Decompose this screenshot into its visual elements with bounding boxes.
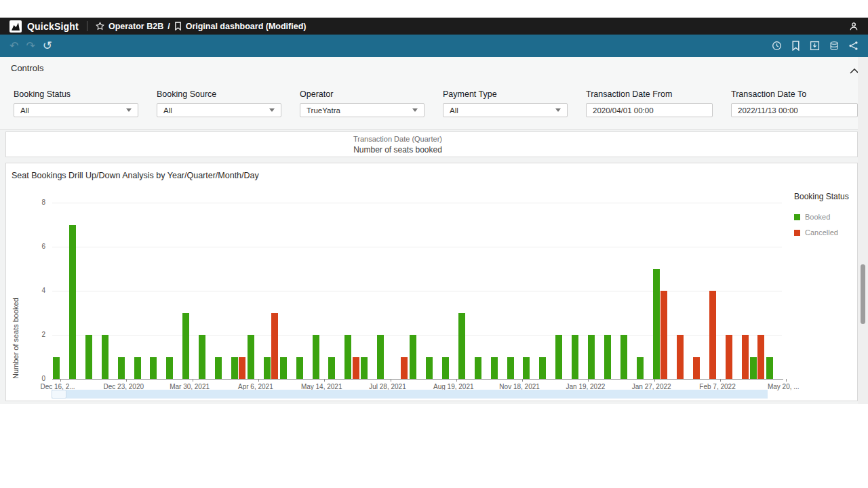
bar-booked[interactable] (102, 335, 108, 379)
control-payment-type-dropdown[interactable]: All (443, 103, 568, 117)
below-viewport-area (0, 404, 868, 488)
bar-booked[interactable] (296, 357, 303, 380)
bar-booked[interactable] (280, 357, 287, 380)
bar-booked[interactable] (620, 335, 627, 379)
bar-cancelled[interactable] (709, 291, 716, 379)
chevron-down-icon (126, 108, 132, 112)
bar-chart-panel: Seat Bookings Drill Up/Down Analysis by … (5, 163, 858, 401)
bar-booked[interactable] (85, 335, 92, 379)
undo-icon[interactable]: ↶ (9, 41, 18, 52)
bar-booked[interactable] (328, 357, 335, 380)
bar-cancelled[interactable] (693, 357, 700, 380)
bar-cancelled[interactable] (660, 291, 667, 379)
bar-cancelled[interactable] (726, 335, 732, 379)
quicksight-logo-icon[interactable] (9, 20, 22, 33)
bar-booked[interactable] (637, 357, 644, 380)
bar-cancelled[interactable] (353, 357, 359, 380)
y-axis-tick-label: 6 (24, 243, 45, 250)
bar-booked[interactable] (410, 335, 416, 379)
controls-row: Booking StatusAllBooking SourceAllOperat… (14, 89, 858, 117)
chevron-down-icon (555, 108, 561, 112)
bar-cancelled[interactable] (271, 313, 278, 380)
brand-name: QuickSight (27, 21, 79, 32)
user-account-icon[interactable] (849, 22, 859, 31)
bar-booked[interactable] (313, 335, 319, 379)
bar-booked[interactable] (750, 357, 757, 380)
x-axis-tick (126, 379, 127, 382)
bar-booked[interactable] (766, 357, 773, 380)
bar-booked[interactable] (572, 335, 578, 379)
control-operator-dropdown[interactable]: TrueYatra (300, 103, 425, 117)
bar-booked[interactable] (215, 357, 222, 380)
controls-section-title: Controls (11, 63, 43, 73)
bar-booked[interactable] (182, 313, 189, 380)
control-transaction-date-to-input[interactable]: 2022/11/13 00:00 (731, 103, 858, 117)
bar-booked[interactable] (442, 357, 449, 380)
share-icon[interactable] (848, 41, 859, 51)
bar-booked[interactable] (199, 335, 205, 379)
date-range-scrollbar[interactable] (52, 390, 768, 399)
bar-booked[interactable] (588, 335, 595, 379)
gridline (52, 335, 782, 336)
bar-booked[interactable] (539, 357, 546, 380)
header-divider (87, 21, 87, 31)
bookmark-icon[interactable] (791, 41, 800, 51)
control-label-booking-source: Booking Source (157, 89, 281, 99)
control-payment-type: Payment TypeAll (443, 89, 568, 117)
bar-cancelled[interactable] (677, 335, 684, 379)
bar-booked[interactable] (69, 225, 76, 380)
dataset-icon[interactable] (829, 41, 839, 51)
control-value-booking-source: All (163, 106, 172, 115)
bar-booked[interactable] (134, 357, 141, 380)
bar-booked[interactable] (426, 357, 433, 380)
bar-cancelled[interactable] (239, 357, 245, 380)
x-axis-tick (391, 379, 391, 382)
breadcrumb-workspace[interactable]: Operator B2B (108, 22, 163, 31)
bar-booked[interactable] (507, 357, 514, 380)
bar-booked[interactable] (166, 357, 173, 380)
page-scrollbar-thumb[interactable] (861, 264, 865, 324)
bar-cancelled[interactable] (401, 357, 408, 380)
bar-booked[interactable] (377, 335, 384, 379)
x-axis-tick (588, 379, 589, 382)
gridline (52, 247, 782, 247)
control-label-transaction-date-from: Transaction Date From (586, 89, 713, 99)
bar-booked[interactable] (491, 357, 498, 380)
export-download-icon[interactable] (810, 41, 820, 51)
control-booking-status: Booking StatusAll (14, 89, 138, 117)
control-transaction-date-from-input[interactable]: 2020/04/01 00:00 (586, 103, 713, 117)
bar-booked[interactable] (653, 269, 660, 380)
y-axis-tick-label: 8 (24, 199, 45, 206)
bar-cancelled[interactable] (742, 335, 749, 379)
bar-booked[interactable] (361, 357, 368, 380)
page-scrollbar-track[interactable] (858, 57, 868, 404)
bar-booked[interactable] (475, 357, 481, 380)
star-icon[interactable] (96, 22, 104, 30)
bar-booked[interactable] (458, 313, 465, 380)
reset-icon[interactable]: ↺ (43, 40, 52, 52)
x-axis-tick (720, 379, 721, 382)
x-axis-tick (522, 379, 523, 382)
bar-booked[interactable] (231, 357, 238, 380)
x-axis-tick (60, 379, 61, 382)
bar-booked[interactable] (248, 335, 254, 379)
bar-booked[interactable] (264, 357, 271, 380)
bar-booked[interactable] (604, 335, 611, 379)
redo-icon[interactable]: ↷ (26, 41, 35, 52)
chevron-down-icon (269, 108, 275, 112)
control-booking-source-dropdown[interactable]: All (157, 103, 281, 117)
bar-booked[interactable] (523, 357, 530, 380)
y-axis-tick-label: 2 (24, 331, 45, 338)
bar-booked[interactable] (118, 357, 125, 380)
bar-booked[interactable] (344, 335, 351, 379)
control-value-payment-type: All (450, 106, 458, 115)
chevron-down-icon (412, 108, 418, 112)
control-label-booking-status: Booking Status (14, 89, 138, 99)
scheduling-clock-icon[interactable] (772, 41, 782, 51)
bar-booked[interactable] (150, 357, 157, 380)
date-range-scrollbar-thumb[interactable] (52, 390, 66, 399)
bar-booked[interactable] (555, 335, 562, 379)
bar-cancelled[interactable] (757, 335, 764, 379)
control-booking-status-dropdown[interactable]: All (14, 103, 138, 117)
bar-booked[interactable] (53, 357, 60, 380)
